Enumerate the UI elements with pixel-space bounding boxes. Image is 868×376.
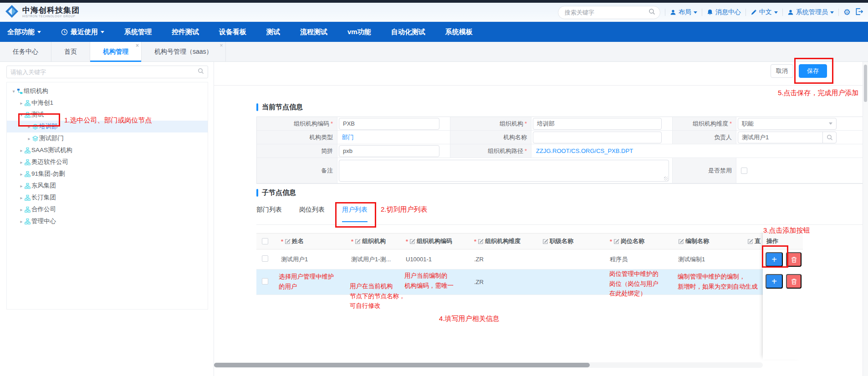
- nav-item-label: 流程测试: [300, 28, 327, 36]
- tree-caret-icon[interactable]: ▾: [10, 89, 17, 94]
- nav-item-1[interactable]: 全部功能: [7, 28, 41, 36]
- child-tab-1[interactable]: 部门列表: [256, 206, 282, 222]
- column-header-编制名称: 编制名称: [674, 237, 744, 245]
- vertical-scrollbar-thumb[interactable]: [864, 65, 867, 102]
- select-组织机构维度[interactable]: 职能: [738, 118, 837, 130]
- tree-item-label: 组织机构: [24, 87, 48, 95]
- tree-item-5[interactable]: ▸测试部门: [7, 132, 208, 144]
- column-header-组织机构维度: *组织机构维度: [470, 237, 539, 245]
- form-label-机构类型: 机构类型: [257, 131, 337, 144]
- select-all-checkbox[interactable]: [262, 238, 268, 244]
- form-label-机构名称: 机构名称: [450, 131, 531, 144]
- textarea-备注[interactable]: [339, 160, 669, 182]
- annotation-note-code: 用户当前编制的 机构编码，需唯一: [404, 271, 477, 290]
- required-star: *: [351, 238, 353, 245]
- link-机构类型[interactable]: 部门: [337, 133, 354, 142]
- nav-item-label: 控件测试: [172, 28, 199, 36]
- tree-caret-icon[interactable]: ▸: [18, 160, 25, 165]
- checkbox-是否禁用[interactable]: [741, 168, 747, 174]
- nav-item-8[interactable]: vm功能: [347, 28, 371, 36]
- search-icon[interactable]: [648, 8, 655, 17]
- horizontal-scrollbar-thumb[interactable]: [214, 363, 590, 367]
- tree-item-8[interactable]: ▸91集团-勿删: [7, 168, 208, 180]
- tree-caret-icon[interactable]: ▸: [18, 148, 25, 153]
- header-menu-messages[interactable]: 消息中心: [707, 8, 741, 16]
- nav-item-6[interactable]: 测试: [266, 28, 280, 36]
- column-header-组织机构编码: *组织机构编码: [402, 237, 470, 245]
- tree-caret-icon[interactable]: ▸: [18, 207, 25, 212]
- tree-caret-icon[interactable]: ▸: [18, 219, 25, 224]
- child-tab-2[interactable]: 岗位列表: [299, 206, 325, 222]
- cancel-button[interactable]: 取消: [771, 64, 793, 78]
- nav-item-2[interactable]: 最近使用: [61, 28, 104, 36]
- tree-caret-icon[interactable]: ▸: [18, 172, 25, 177]
- app-subtitle: HISTRON TECHNOLOGY GROUP: [22, 15, 80, 18]
- annotation-note-name: 选择用户管理中维护 的用户: [279, 272, 352, 291]
- nav-item-5[interactable]: 设备看板: [219, 28, 246, 36]
- tree-item-9[interactable]: ▸东风集团: [7, 180, 208, 192]
- input-组织机构[interactable]: [533, 118, 662, 130]
- tree-item-label: 长汀集团: [31, 193, 56, 202]
- cell-checkbox: [256, 255, 277, 263]
- edit-icon: [542, 239, 548, 244]
- sidebar: ▾组织机构▸中海创1▾测试▸培训部▸测试部门▸SAAS测试机构▸奥迈软件公司▸9…: [0, 62, 214, 376]
- tree-caret-icon[interactable]: ▸: [18, 101, 25, 106]
- nav-item-9[interactable]: 自动化测试: [391, 28, 425, 36]
- divider: [702, 9, 702, 16]
- close-icon[interactable]: ×: [136, 43, 139, 48]
- input-组织机构编码[interactable]: [339, 118, 439, 130]
- nav-item-4[interactable]: 控件测试: [172, 28, 199, 36]
- tab-1[interactable]: 任务中心: [0, 42, 51, 62]
- tree-item-11[interactable]: ▸合作公司: [7, 203, 208, 215]
- tab-bar: 任务中心首页机构管理×机构号管理（saas）×: [0, 42, 868, 62]
- vertical-scrollbar[interactable]: [863, 62, 868, 376]
- nav-item-3[interactable]: 系统管理: [124, 28, 152, 36]
- global-search-input[interactable]: [565, 9, 648, 16]
- close-icon[interactable]: ×: [220, 43, 223, 48]
- header-menu-language[interactable]: 中文: [751, 8, 778, 16]
- annotation-step3: 3.点击添加按钮: [763, 226, 810, 235]
- tab-2[interactable]: 首页: [51, 42, 90, 62]
- delete-row-button[interactable]: [786, 252, 802, 267]
- logout-icon[interactable]: [855, 8, 865, 17]
- edit-icon: [678, 239, 684, 244]
- delete-row-button[interactable]: [786, 274, 802, 289]
- input-机构名称[interactable]: [533, 132, 662, 143]
- link-组织机构路径[interactable]: ZZJG.ROOT/CS.ORG/CS_PXB.DPT: [531, 147, 633, 154]
- search-icon[interactable]: [198, 68, 204, 76]
- tree-item-10[interactable]: ▸长汀集团: [7, 192, 208, 203]
- input-简拼[interactable]: [339, 145, 439, 157]
- nav-item-10[interactable]: 系统模板: [445, 28, 473, 36]
- form-label-组织机构路径: 组织机构路径*: [450, 144, 531, 158]
- nav-item-7[interactable]: 流程测试: [300, 28, 327, 36]
- tree-item-7[interactable]: ▸奥迈软件公司: [7, 156, 208, 168]
- tree-item-6[interactable]: ▸SAAS测试机构: [7, 144, 208, 156]
- tree-caret-icon[interactable]: ▸: [26, 136, 32, 141]
- annotation-box-user-tab: [335, 202, 376, 228]
- tree-item-12[interactable]: ▸管理中心: [7, 215, 208, 227]
- section-title: 当前节点信息: [262, 103, 303, 112]
- tab-4[interactable]: 机构号管理（saas）×: [142, 42, 226, 62]
- gear-icon[interactable]: ⚙: [843, 8, 851, 16]
- row-checkbox[interactable]: [262, 278, 268, 285]
- resize-grip-icon: [664, 177, 668, 181]
- tree-item-1[interactable]: ▾组织机构: [7, 85, 208, 97]
- nav-item-label: vm功能: [347, 28, 371, 36]
- search-button[interactable]: [822, 132, 836, 143]
- header-menu-layout[interactable]: 布局: [670, 8, 697, 16]
- add-row-button[interactable]: +: [766, 274, 783, 289]
- action-row-2: +: [766, 274, 802, 289]
- header-menu-admin[interactable]: 系统管理员: [787, 8, 834, 16]
- tree-item-label: SAAS测试机构: [31, 146, 72, 154]
- tab-3[interactable]: 机构管理×: [90, 42, 142, 62]
- divider: [745, 9, 746, 16]
- input-负责人[interactable]: 测试用户1: [738, 132, 837, 143]
- tree-caret-icon[interactable]: ▸: [18, 183, 25, 188]
- cell-编制名称: 测试编制1: [674, 255, 744, 264]
- tree-caret-icon[interactable]: ▸: [18, 195, 25, 200]
- tree-search-input[interactable]: [10, 69, 198, 76]
- tree-item-2[interactable]: ▸中海创1: [7, 97, 208, 109]
- row-checkbox[interactable]: [262, 255, 268, 262]
- horizontal-scrollbar[interactable]: [214, 362, 763, 368]
- form-label-备注: 备注: [257, 158, 337, 183]
